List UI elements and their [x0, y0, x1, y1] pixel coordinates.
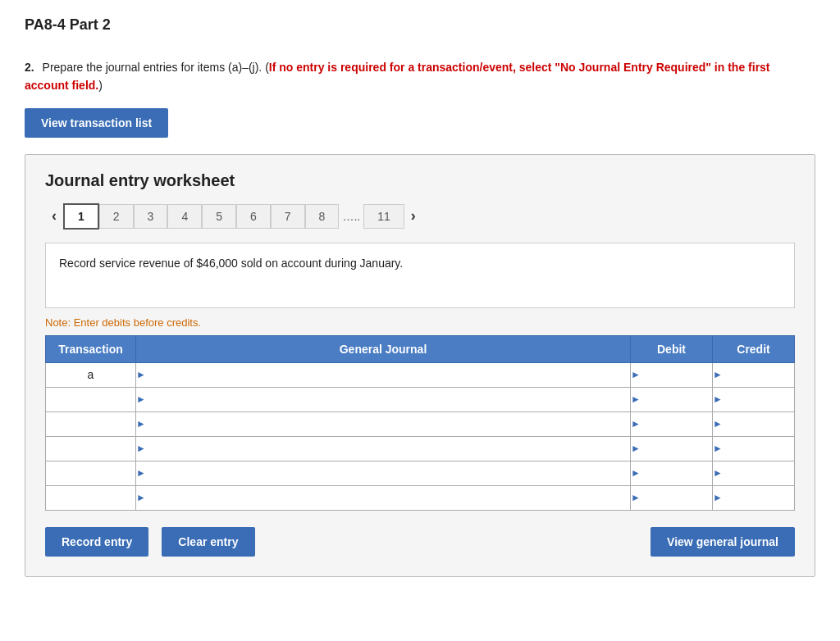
clear-entry-button[interactable]: Clear entry [162, 527, 254, 557]
credit-cell[interactable]: ► [713, 436, 795, 461]
col-header-transaction: Transaction [46, 335, 136, 362]
credit-cell[interactable]: ► [713, 461, 795, 485]
tab-next-arrow[interactable]: › [404, 204, 422, 228]
tab-3[interactable]: 3 [134, 204, 168, 229]
table-row: ► ► ► [46, 411, 795, 436]
credit-input[interactable] [718, 490, 789, 506]
col-header-debit: Debit [631, 335, 713, 362]
col-header-credit: Credit [713, 335, 795, 362]
general-journal-cell[interactable]: ► [136, 436, 631, 461]
transaction-description: Record service revenue of $46,000 sold o… [45, 243, 795, 308]
general-journal-cell[interactable]: ► [136, 485, 631, 510]
credit-input[interactable] [718, 367, 789, 383]
credit-input[interactable] [718, 466, 789, 481]
general-journal-cell[interactable]: ► [136, 387, 631, 411]
view-transaction-button[interactable]: View transaction list [25, 108, 168, 138]
table-row: a ► ► ► [46, 362, 795, 387]
transaction-cell [46, 461, 136, 485]
debit-cell[interactable]: ► [631, 436, 713, 461]
tab-7[interactable]: 7 [271, 204, 305, 229]
page-title: PA8-4 Part 2 [25, 16, 815, 34]
tab-prev-arrow[interactable]: ‹ [45, 204, 63, 228]
tab-1[interactable]: 1 [63, 203, 99, 230]
tab-5[interactable]: 5 [202, 204, 236, 229]
general-journal-input[interactable] [141, 416, 625, 432]
general-journal-input[interactable] [141, 466, 625, 481]
debit-input[interactable] [636, 392, 707, 407]
general-journal-cell[interactable]: ► [136, 362, 631, 387]
tab-8[interactable]: 8 [305, 204, 340, 229]
instruction-plain: Prepare the journal entries for items (a… [43, 61, 269, 74]
tab-4[interactable]: 4 [167, 204, 202, 229]
debit-cell[interactable]: ► [631, 362, 713, 387]
worksheet-container: Journal entry worksheet ‹ 1 2 3 4 5 6 7 … [25, 154, 815, 577]
general-journal-input[interactable] [141, 392, 625, 407]
debit-cell[interactable]: ► [631, 461, 713, 485]
transaction-cell: a [46, 362, 136, 387]
table-row: ► ► ► [46, 461, 795, 485]
tab-navigation: ‹ 1 2 3 4 5 6 7 8 ….. 11 › [45, 203, 795, 230]
worksheet-title: Journal entry worksheet [45, 171, 795, 190]
transaction-cell [46, 387, 136, 411]
tab-ellipsis: ….. [339, 205, 363, 228]
table-row: ► ► ► [46, 436, 795, 461]
debit-cell[interactable]: ► [631, 411, 713, 436]
general-journal-cell[interactable]: ► [136, 461, 631, 485]
credit-cell[interactable]: ► [713, 411, 795, 436]
question-number: 2. [25, 61, 34, 74]
view-general-journal-button[interactable]: View general journal [651, 527, 795, 557]
journal-table: Transaction General Journal Debit Credit… [45, 335, 795, 511]
general-journal-input[interactable] [141, 490, 625, 506]
credit-cell[interactable]: ► [713, 362, 795, 387]
note-text: Note: Enter debits before credits. [45, 316, 795, 329]
record-entry-button[interactable]: Record entry [45, 527, 148, 557]
transaction-cell [46, 485, 136, 510]
tab-6[interactable]: 6 [236, 204, 271, 229]
credit-cell[interactable]: ► [713, 485, 795, 510]
col-header-general-journal: General Journal [136, 335, 631, 362]
action-buttons: Record entry Clear entry View general jo… [45, 527, 795, 557]
tab-2[interactable]: 2 [99, 204, 134, 229]
credit-cell[interactable]: ► [713, 387, 795, 411]
table-row: ► ► ► [46, 485, 795, 510]
debit-input[interactable] [636, 441, 707, 457]
debit-input[interactable] [636, 367, 707, 383]
debit-input[interactable] [636, 466, 707, 481]
debit-cell[interactable]: ► [631, 485, 713, 510]
debit-input[interactable] [636, 490, 707, 506]
credit-input[interactable] [718, 392, 789, 407]
table-row: ► ► ► [46, 387, 795, 411]
debit-cell[interactable]: ► [631, 387, 713, 411]
instruction-close: ) [98, 79, 103, 92]
transaction-cell [46, 436, 136, 461]
general-journal-cell[interactable]: ► [136, 411, 631, 436]
tab-11[interactable]: 11 [363, 204, 404, 229]
general-journal-input[interactable] [141, 441, 625, 457]
transaction-cell [46, 411, 136, 436]
credit-input[interactable] [718, 441, 789, 457]
debit-input[interactable] [636, 416, 707, 432]
credit-input[interactable] [718, 416, 789, 432]
general-journal-input[interactable] [141, 367, 625, 383]
